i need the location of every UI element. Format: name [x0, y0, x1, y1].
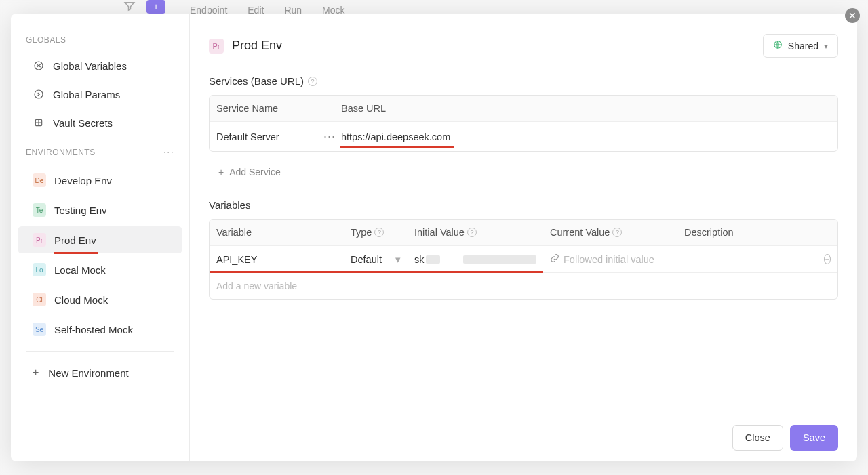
variable-delete-cell[interactable]: − — [817, 247, 837, 272]
main-panel: Pr Prod Env Shared ▾ Services (Base URL)… — [190, 14, 857, 461]
variable-name-cell[interactable]: API_KEY — [210, 247, 344, 272]
modal-close-icon[interactable]: ✕ — [845, 8, 860, 23]
col-type: Type ? — [344, 220, 408, 245]
link-icon — [550, 253, 559, 265]
sidebar-env-develop[interactable]: De Develop Env — [18, 167, 182, 194]
variables-header-row: Variable Type ? Initial Value ? Current … — [210, 220, 837, 246]
plus-icon: + — [218, 167, 224, 178]
chevron-down-icon: ▾ — [824, 41, 828, 51]
sidebar-env-cloud-mock[interactable]: Cl Cloud Mock — [18, 286, 182, 313]
sidebar-env-testing[interactable]: Te Testing Env — [18, 197, 182, 224]
env-label: Prod Env — [54, 234, 96, 246]
add-variable-placeholder[interactable]: Add a new variable — [210, 273, 837, 299]
sidebar-item-vault-secrets[interactable]: Vault Secrets — [18, 110, 182, 136]
globals-section-label: GLOBALS — [11, 26, 189, 51]
col-service-name: Service Name — [210, 96, 334, 121]
variables-table: Variable Type ? Initial Value ? Current … — [209, 219, 838, 300]
help-icon[interactable]: ? — [308, 77, 317, 86]
title-group: Pr Prod Env — [209, 39, 282, 54]
sidebar-item-label: Global Variables — [53, 60, 127, 72]
environment-modal: GLOBALS Global Variables Global Params V… — [11, 14, 857, 461]
variables-section-title: Variables — [209, 199, 838, 211]
sidebar-item-label: Global Params — [53, 89, 120, 100]
globe-icon — [773, 40, 783, 51]
env-badge: Se — [33, 323, 46, 336]
sidebar-item-global-variables[interactable]: Global Variables — [18, 53, 182, 79]
variable-desc-cell[interactable] — [677, 252, 817, 267]
environments-menu-icon[interactable]: ··· — [163, 146, 174, 159]
services-header-row: Service Name Base URL — [210, 96, 837, 122]
env-label: Self-hosted Mock — [54, 324, 133, 335]
help-icon[interactable]: ? — [374, 228, 384, 237]
params-icon — [33, 88, 45, 100]
col-description: Description — [677, 220, 817, 245]
title-badge: Pr — [209, 39, 224, 54]
col-base-url: Base URL — [334, 96, 837, 121]
masked-text — [426, 255, 441, 264]
env-badge: Lo — [33, 263, 46, 276]
environments-section-label: ENVIRONMENTS ··· — [11, 137, 189, 165]
shared-dropdown[interactable]: Shared ▾ — [763, 34, 838, 58]
variable-current-cell[interactable]: Followed initial value — [543, 246, 677, 272]
add-service-button[interactable]: + Add Service — [209, 160, 838, 184]
col-initial: Initial Value ? — [408, 220, 543, 245]
variable-type-select[interactable]: Default ▾ — [344, 247, 408, 272]
env-badge: Te — [33, 203, 46, 217]
sidebar-item-global-params[interactable]: Global Params — [18, 81, 182, 107]
sidebar-env-local-mock[interactable]: Lo Local Mock — [18, 256, 182, 283]
col-variable: Variable — [210, 220, 344, 245]
vault-icon — [33, 117, 45, 129]
service-url-cell[interactable]: https://api.deepseek.com — [334, 124, 837, 150]
env-badge: De — [33, 173, 46, 187]
env-label: Develop Env — [54, 175, 112, 186]
sidebar-env-self-hosted-mock[interactable]: Se Self-hosted Mock — [18, 316, 182, 343]
help-icon[interactable]: ? — [612, 228, 622, 237]
col-current: Current Value ? — [543, 220, 677, 245]
close-button[interactable]: Close — [732, 425, 783, 451]
variable-icon — [33, 60, 45, 72]
page-title: Prod Env — [232, 39, 282, 53]
service-row: Default Server ··· https://api.deepseek.… — [210, 122, 837, 151]
svg-point-1 — [35, 90, 43, 98]
services-table: Service Name Base URL Default Server ···… — [209, 95, 838, 152]
remove-icon: − — [824, 254, 831, 264]
env-label: Local Mock — [54, 264, 106, 276]
chevron-down-icon: ▾ — [395, 254, 401, 265]
env-label: Cloud Mock — [54, 294, 108, 306]
add-variable-row[interactable]: Add a new variable — [210, 273, 837, 299]
header-row: Pr Prod Env Shared ▾ — [209, 34, 838, 58]
divider — [26, 351, 174, 352]
env-badge: Cl — [33, 293, 46, 306]
env-badge: Pr — [33, 233, 46, 247]
service-menu-icon[interactable]: ··· — [317, 122, 334, 151]
sidebar-env-prod[interactable]: Pr Prod Env — [18, 226, 182, 253]
services-section-title: Services (Base URL) ? — [209, 75, 838, 87]
help-icon[interactable]: ? — [467, 228, 477, 237]
plus-icon: + — [33, 367, 39, 379]
masked-text — [463, 255, 536, 264]
variable-row: API_KEY Default ▾ sk Followed in — [210, 246, 837, 273]
modal-footer: Close Save — [732, 425, 838, 451]
sidebar: GLOBALS Global Variables Global Params V… — [11, 14, 190, 461]
variable-initial-cell[interactable]: sk — [408, 247, 543, 272]
env-label: Testing Env — [54, 205, 107, 216]
sidebar-item-label: Vault Secrets — [53, 117, 113, 129]
service-name-cell[interactable]: Default Server — [210, 124, 317, 150]
save-button[interactable]: Save — [790, 425, 838, 451]
new-environment-button[interactable]: + New Environment — [18, 360, 182, 386]
